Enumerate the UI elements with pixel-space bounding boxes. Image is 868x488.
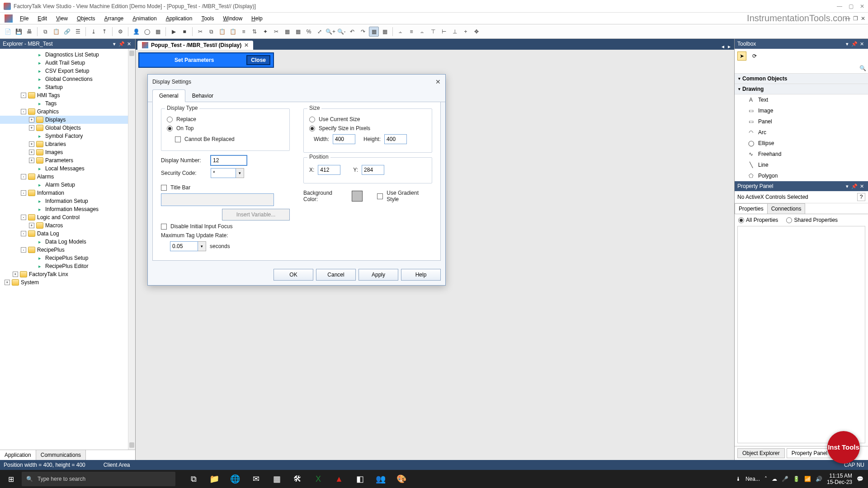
tree-item[interactable]: ▸Audit Trail Setup [0, 59, 135, 67]
tree-item[interactable]: +Global Objects [0, 124, 135, 132]
menu-file[interactable]: File [15, 14, 33, 23]
taskview-icon[interactable]: ⧉ [184, 470, 203, 488]
property-help-icon[interactable]: ? [857, 193, 865, 201]
toolbox-item-panel[interactable]: ▭Panel [735, 116, 868, 127]
menu-view[interactable]: View [52, 14, 72, 23]
toolbox-item-line[interactable]: ╲Line [735, 160, 868, 170]
align-left-icon[interactable]: ⫠ [396, 27, 406, 37]
align-vmid-icon[interactable]: ⊢ [439, 27, 449, 37]
props2-icon[interactable]: ▦ [380, 27, 390, 37]
chrome-icon[interactable]: 🌐 [226, 470, 244, 488]
toolbox-pin-icon[interactable]: 📌 [851, 41, 858, 47]
tree-toggle-icon[interactable]: + [29, 223, 34, 228]
prop-dropdown-icon[interactable]: ▾ [844, 183, 851, 189]
new-icon[interactable]: 📄 [3, 27, 13, 37]
tree-toggle-icon[interactable]: - [21, 247, 26, 253]
tree-toggle-icon[interactable]: + [5, 280, 10, 285]
align-center-icon[interactable]: ≡ [239, 27, 249, 37]
popup-close-button[interactable]: Close [246, 55, 270, 65]
tree-item[interactable]: ▸Diagnostics List Setup [0, 51, 135, 59]
pointer-icon[interactable]: ➤ [737, 52, 746, 61]
taskbar-search[interactable]: 🔍 Type here to search [22, 472, 175, 486]
toolbox-item-image[interactable]: ▭Image [735, 105, 868, 116]
mdi-close-icon[interactable]: ✕ [861, 15, 865, 22]
ok-button[interactable]: OK [274, 269, 313, 281]
cannot-replace-checkbox[interactable] [175, 136, 181, 142]
zoom-in-icon[interactable]: 🔍+ [326, 27, 335, 37]
menu-tools[interactable]: Tools [197, 14, 218, 23]
tree-toggle-icon[interactable]: - [21, 109, 26, 114]
tree-item[interactable]: ▸Alarm Setup [0, 181, 135, 189]
toolbox-close-icon[interactable]: ✕ [858, 41, 865, 47]
inst-tools-badge[interactable]: Inst Tools [827, 431, 860, 464]
start-button[interactable]: ⊞ [0, 470, 22, 488]
dialog-close-icon[interactable]: ✕ [435, 78, 441, 85]
zoom-out-icon[interactable]: 🔍- [336, 27, 346, 37]
mic-icon[interactable]: 🎤 [782, 476, 788, 482]
update-rate-combo[interactable]: ▾ [170, 241, 206, 251]
explorer-tab-application[interactable]: Application [0, 450, 36, 460]
toolbox-item-arc[interactable]: ◠Arc [735, 127, 868, 138]
undo-icon[interactable]: ↶ [347, 27, 357, 37]
tree-item[interactable]: ▸Information Messages [0, 205, 135, 213]
align-bottom-icon[interactable]: ⊥ [450, 27, 460, 37]
app1-icon[interactable]: ▦ [268, 470, 286, 488]
link-icon[interactable]: 🔗 [62, 27, 72, 37]
tree-item[interactable]: -Graphics [0, 108, 135, 116]
use-current-radio[interactable] [309, 117, 315, 122]
tree-toggle-icon[interactable]: + [29, 125, 34, 131]
security-code-input[interactable] [211, 168, 236, 178]
toolbox-dropdown-icon[interactable]: ▾ [844, 41, 851, 47]
tree-toggle-icon[interactable]: - [21, 93, 26, 98]
tree-toggle-icon[interactable]: + [29, 150, 34, 155]
cut2-icon[interactable]: ✂ [271, 27, 281, 37]
tree-item[interactable]: ▸RecipePlus Editor [0, 262, 135, 270]
property-tab-connections[interactable]: Connections [767, 203, 806, 214]
grid2-icon[interactable]: ▦ [293, 27, 303, 37]
person-icon[interactable]: 👤 [131, 27, 141, 37]
tree-toggle-icon[interactable]: - [21, 190, 26, 196]
paste2-icon[interactable]: 📋 [217, 27, 227, 37]
y-input[interactable] [362, 165, 384, 175]
tree-toggle-icon[interactable]: + [13, 272, 18, 277]
cut-icon[interactable]: ✂ [195, 27, 205, 37]
copy-icon[interactable]: ⧉ [40, 27, 50, 37]
redo-icon[interactable]: ↷ [358, 27, 368, 37]
cancel-button[interactable]: Cancel [316, 269, 356, 281]
toolbox-item-polygon[interactable]: ⬠Polygon [735, 170, 868, 181]
volume-icon[interactable]: 🔊 [816, 476, 822, 482]
gear-icon[interactable]: ⚙ [115, 27, 125, 37]
toolbox-item-text[interactable]: AText [735, 94, 868, 105]
tree-item[interactable]: +Images [0, 148, 135, 156]
upload-icon[interactable]: ⤒ [99, 27, 109, 37]
tree-item[interactable]: ▸RecipePlus Setup [0, 254, 135, 262]
width-input[interactable] [333, 134, 355, 144]
toolbox-item-ellipse[interactable]: ◯Ellipse [735, 138, 868, 149]
play-icon[interactable]: ▶ [169, 27, 179, 37]
factorytalk-taskbar-icon[interactable]: ◧ [351, 470, 369, 488]
toolbox-section-header[interactable]: ▾Drawing [735, 84, 868, 94]
props-icon[interactable]: ▦ [369, 27, 379, 37]
tree-toggle-icon[interactable]: + [29, 158, 34, 163]
bgcolor-swatch[interactable] [352, 191, 363, 202]
shared-properties-radio[interactable] [786, 217, 792, 223]
menu-objects[interactable]: Objects [72, 14, 100, 23]
save-icon[interactable]: 💾 [14, 27, 24, 37]
tree-item[interactable]: -HMI Tags [0, 91, 135, 99]
explorer-scrollbar[interactable] [128, 49, 135, 450]
notifications-icon[interactable]: 💬 [857, 476, 863, 482]
property-tab-properties[interactable]: Properties [735, 203, 768, 214]
tree-item[interactable]: -Alarms [0, 173, 135, 181]
tree-toggle-icon[interactable]: - [21, 215, 26, 220]
tree-item[interactable]: -Logic and Control [0, 213, 135, 221]
update-rate-input[interactable] [170, 241, 198, 251]
tree-item[interactable]: -Data Log [0, 230, 135, 238]
menu-edit[interactable]: Edit [33, 14, 52, 23]
tab-prev-icon[interactable]: ◂ [722, 43, 724, 50]
mdi-restore-icon[interactable]: ❐ [853, 15, 858, 22]
excel-icon[interactable]: X [309, 470, 327, 488]
stop-icon[interactable]: ■ [179, 27, 189, 37]
menu-animation[interactable]: Animation [128, 14, 161, 23]
tree-item[interactable]: ▸Global Connections [0, 75, 135, 83]
teams-icon[interactable]: 👥 [372, 470, 390, 488]
